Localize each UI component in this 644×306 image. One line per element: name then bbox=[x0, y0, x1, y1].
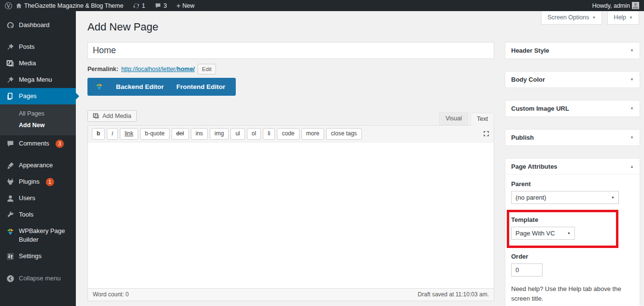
media-icon bbox=[93, 113, 100, 119]
new-label: New bbox=[183, 2, 195, 9]
quicktag-bold-button[interactable]: b bbox=[92, 128, 105, 140]
tab-text[interactable]: Text bbox=[471, 113, 494, 126]
wordpress-menu-item[interactable]: Ⓥ bbox=[5, 2, 12, 9]
order-input[interactable] bbox=[511, 263, 543, 277]
user-avatar-icon bbox=[632, 2, 639, 9]
settings-sidebar: Header Style ▼ Body Color ▼ Custom Image… bbox=[505, 42, 640, 306]
new-content-menu-item[interactable]: + New bbox=[176, 2, 194, 9]
pages-icon bbox=[6, 92, 14, 101]
sidebar-item-label: Settings bbox=[19, 252, 42, 261]
wpbakery-logo-icon bbox=[95, 83, 103, 91]
frontend-editor-button[interactable]: Frontend Editor bbox=[176, 83, 225, 90]
sidebar-item-label: Mega Menu bbox=[19, 75, 52, 84]
collapse-arrow-icon bbox=[6, 275, 14, 283]
sidebar-item-pages[interactable]: Pages bbox=[0, 88, 76, 104]
post-title-input[interactable] bbox=[87, 42, 494, 59]
backend-editor-button[interactable]: Backend Editor bbox=[116, 83, 164, 90]
comments-count-badge: 3 bbox=[56, 140, 64, 148]
sidebar-item-add-new[interactable]: Add New bbox=[0, 119, 76, 131]
panel-publish: Publish ▼ bbox=[505, 129, 640, 146]
admin-comments-count: 3 bbox=[163, 2, 167, 9]
pin-icon bbox=[6, 43, 14, 51]
submenu-item-label: Add New bbox=[19, 122, 44, 129]
wrench-icon bbox=[6, 211, 14, 219]
fullscreen-expand-icon[interactable] bbox=[483, 130, 490, 137]
sidebar-item-label: Tools bbox=[19, 210, 33, 219]
sidebar-item-appearance[interactable]: Appearance bbox=[0, 157, 76, 174]
quicktag-closetags-button[interactable]: close tags bbox=[326, 128, 362, 140]
template-highlight-box: Template Page With VC ▼ bbox=[507, 210, 618, 248]
wordpress-logo-icon: Ⓥ bbox=[5, 2, 12, 9]
word-count-label: Word count: bbox=[93, 291, 124, 298]
admin-bar: Ⓥ TheGazette Magazine & Blog Theme 1 3 +… bbox=[0, 0, 644, 11]
help-button[interactable]: Help ▼ bbox=[607, 11, 639, 25]
site-link[interactable]: TheGazette Magazine & Blog Theme bbox=[15, 2, 123, 9]
media-icon bbox=[6, 59, 14, 68]
sidebar-item-posts[interactable]: Posts bbox=[0, 39, 76, 55]
pin-icon bbox=[6, 76, 14, 84]
quicktag-more-button[interactable]: more bbox=[301, 128, 324, 140]
sidebar-item-tools[interactable]: Tools bbox=[0, 206, 76, 223]
sidebar-item-label: Appearance bbox=[19, 161, 53, 170]
brush-icon bbox=[6, 161, 14, 170]
chevron-down-icon: ▼ bbox=[567, 232, 571, 235]
sidebar-item-mega-menu[interactable]: Mega Menu bbox=[0, 72, 76, 88]
parent-select-value: (no parent) bbox=[515, 194, 546, 201]
template-select-value: Page With VC bbox=[515, 230, 555, 237]
quicktag-del-button[interactable]: del bbox=[172, 128, 189, 140]
home-icon bbox=[15, 2, 22, 9]
chevron-down-icon: ▼ bbox=[630, 48, 634, 53]
draft-saved-status: Draft saved at 11:10:03 am. bbox=[418, 291, 489, 298]
quicktag-link-button[interactable]: link bbox=[120, 128, 138, 140]
sidebar-item-users[interactable]: Users bbox=[0, 190, 76, 206]
panel-page-attributes: Page Attributes ▲ Parent (no parent) ▼ T… bbox=[505, 158, 640, 306]
edit-permalink-button[interactable]: Edit bbox=[198, 64, 216, 74]
permalink-row: Permalink: http://localhost/letter/home/… bbox=[87, 65, 494, 73]
quicktag-italic-button[interactable]: i bbox=[107, 128, 118, 140]
add-media-button[interactable]: Add Media bbox=[87, 110, 137, 122]
tab-visual[interactable]: Visual bbox=[439, 112, 468, 125]
permalink-link[interactable]: http://localhost/letter/home/ bbox=[121, 66, 195, 73]
sidebar-item-media[interactable]: Media bbox=[0, 55, 76, 72]
sidebar-item-settings[interactable]: Settings bbox=[0, 248, 76, 264]
sidebar-item-all-pages[interactable]: All Pages bbox=[0, 108, 76, 119]
sidebar-item-comments[interactable]: Comments 3 bbox=[0, 135, 76, 152]
editor-textarea[interactable] bbox=[88, 143, 494, 288]
word-count: Word count: 0 bbox=[93, 291, 129, 298]
screen-options-button[interactable]: Screen Options ▼ bbox=[541, 11, 602, 25]
updates-menu-item[interactable]: 1 bbox=[133, 2, 145, 9]
sidebar-item-wpbakery[interactable]: WPBakery Page Builder bbox=[0, 223, 76, 248]
sidebar-item-collapse-menu[interactable]: Collapse menu bbox=[0, 270, 76, 287]
chevron-down-icon: ▼ bbox=[630, 77, 634, 82]
editor-status-bar: Word count: 0 Draft saved at 11:10:03 am… bbox=[88, 288, 494, 301]
panel-custom-image-url-toggle[interactable]: Custom Image URL ▼ bbox=[505, 101, 640, 117]
quicktag-li-button[interactable]: li bbox=[263, 128, 275, 140]
quicktag-img-button[interactable]: img bbox=[210, 128, 229, 140]
sidebar-item-dashboard[interactable]: Dashboard bbox=[0, 17, 76, 33]
permalink-label: Permalink: bbox=[87, 66, 118, 73]
comments-menu-item[interactable]: 3 bbox=[155, 2, 167, 9]
submenu-item-label: All Pages bbox=[19, 110, 44, 117]
quicktag-ol-button[interactable]: ol bbox=[247, 128, 261, 140]
comment-bubble-icon bbox=[155, 2, 161, 9]
parent-select[interactable]: (no parent) ▼ bbox=[511, 191, 619, 204]
quicktag-code-button[interactable]: code bbox=[277, 128, 299, 140]
page-attributes-help-text: Need help? Use the Help tab above the sc… bbox=[511, 284, 636, 304]
quicktag-bquote-button[interactable]: b-quote bbox=[140, 128, 170, 140]
account-menu-item[interactable]: Howdy, admin bbox=[592, 2, 639, 9]
panel-publish-toggle[interactable]: Publish ▼ bbox=[505, 130, 640, 146]
wpbakery-icon bbox=[6, 228, 14, 236]
sidebar-item-plugins[interactable]: Plugins 1 bbox=[0, 174, 76, 190]
chevron-down-icon: ▼ bbox=[592, 15, 596, 20]
panel-body-color-toggle[interactable]: Body Color ▼ bbox=[505, 72, 640, 87]
sidebar-item-label: Plugins bbox=[19, 177, 40, 186]
panel-title: Publish bbox=[511, 134, 534, 141]
pages-submenu: All Pages Add New bbox=[0, 104, 76, 135]
quicktag-ins-button[interactable]: ins bbox=[191, 128, 208, 140]
template-select[interactable]: Page With VC ▼ bbox=[511, 227, 575, 240]
quicktags-toolbar: b i link b-quote del ins img ul ol li co… bbox=[88, 126, 494, 143]
quicktag-ul-button[interactable]: ul bbox=[230, 128, 244, 140]
panel-page-attributes-toggle[interactable]: Page Attributes ▲ bbox=[505, 159, 640, 175]
add-media-label: Add Media bbox=[102, 113, 131, 119]
panel-header-style-toggle[interactable]: Header Style ▼ bbox=[505, 43, 640, 58]
